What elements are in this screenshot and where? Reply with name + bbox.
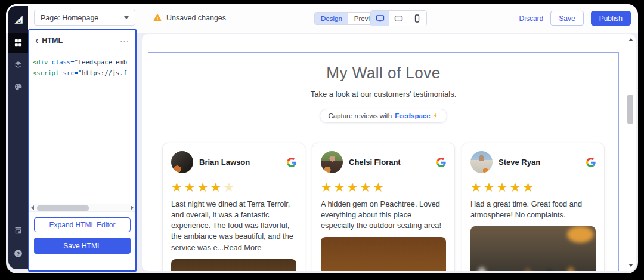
avatar xyxy=(171,151,193,173)
warning-icon xyxy=(153,13,162,22)
topbar-actions: Discard Save Publish xyxy=(519,11,631,26)
panel-title: HTML xyxy=(42,36,116,45)
save-html-button[interactable]: Save HTML xyxy=(34,238,131,254)
preview-canvas: My Wall of Love Take a look at our custo… xyxy=(142,34,636,271)
testimonial-card: Chelsi Florant ★★★★★ A hidden gem on Pea… xyxy=(312,143,455,271)
bigcommerce-logo-icon[interactable]: B xyxy=(8,6,28,33)
read-more-link[interactable]: Read More xyxy=(224,243,261,252)
sidebar-item-help[interactable]: ? xyxy=(8,244,28,263)
palette-icon xyxy=(14,82,23,91)
svg-text:B: B xyxy=(17,19,21,24)
svg-text:?: ? xyxy=(17,251,20,257)
unsaved-changes-label: Unsaved changes xyxy=(166,14,226,22)
save-button[interactable]: Save xyxy=(550,11,583,26)
review-photo xyxy=(321,237,446,271)
discard-button[interactable]: Discard xyxy=(519,14,544,23)
testimonial-cards: Brian Lawson ★★★★★ Last night we dined a… xyxy=(148,143,618,271)
tab-design[interactable]: Design xyxy=(315,13,348,24)
scrollbar-thumb[interactable] xyxy=(37,205,89,211)
mobile-view-button[interactable] xyxy=(408,11,426,26)
panel-buttons: Expand HTML Editor Save HTML xyxy=(29,211,135,270)
unsaved-changes-indicator: Unsaved changes xyxy=(153,10,226,26)
mobile-icon xyxy=(412,14,422,23)
star-rating: ★★★★★ xyxy=(321,181,446,193)
code-token: "feedspace-emb xyxy=(75,59,128,66)
expand-html-editor-button[interactable]: Expand HTML Editor xyxy=(34,217,131,232)
star-rating: ★★★★★ xyxy=(470,181,596,193)
google-icon xyxy=(586,158,596,167)
storefront-icon xyxy=(14,226,23,235)
review-body: Had a great time. Great food and atmosph… xyxy=(470,199,582,219)
wall-of-love-title: My Wall of Love xyxy=(148,64,618,82)
html-code-editor[interactable]: <div class="feedspace-emb <script src="h… xyxy=(29,51,135,204)
star-rating: ★★★★★ xyxy=(171,181,296,193)
review-text: Last night we dined at Terra Terroir, an… xyxy=(171,199,296,253)
more-options-icon[interactable]: ··· xyxy=(120,36,129,45)
card-header: Steve Ryan xyxy=(470,151,596,173)
avatar xyxy=(321,151,343,173)
lightning-icon xyxy=(432,112,439,119)
google-icon xyxy=(436,158,446,167)
code-line: <div class="feedspace-emb xyxy=(33,57,132,67)
scroll-right-icon[interactable] xyxy=(131,205,134,210)
card-header: Brian Lawson xyxy=(171,151,296,173)
tablet-view-button[interactable] xyxy=(389,11,408,26)
review-text: A hidden gem on Peachtree. Loved everyth… xyxy=(321,199,446,231)
google-icon xyxy=(287,158,296,167)
vertical-scrollbar[interactable] xyxy=(626,35,635,270)
code-token: "https://js.f xyxy=(78,69,127,76)
page-selector-value: Page: Homepage xyxy=(41,14,98,22)
code-line: <script src="https://js.f xyxy=(33,67,132,78)
sidebar-item-store[interactable] xyxy=(8,220,28,240)
review-photo xyxy=(171,259,296,271)
code-token: <script xyxy=(33,69,59,76)
widgets-icon xyxy=(14,38,23,47)
topbar: B Page: Homepage Unsaved changes Design … xyxy=(6,4,638,33)
review-body: A hidden gem on Peachtree. Loved everyth… xyxy=(321,199,441,230)
card-header: Chelsi Florant xyxy=(321,151,446,173)
desktop-icon xyxy=(375,14,385,23)
reviewer-name: Steve Ryan xyxy=(499,158,580,167)
horizontal-scrollbar[interactable] xyxy=(29,204,135,211)
publish-button[interactable]: Publish xyxy=(591,11,631,26)
wall-of-love-subtitle: Take a look at our customers' testimonia… xyxy=(148,90,618,99)
sidebar-item-widgets[interactable] xyxy=(8,33,28,53)
review-photo-image xyxy=(470,226,596,271)
testimonial-card: Brian Lawson ★★★★★ Last night we dined a… xyxy=(162,143,305,271)
scroll-down-icon[interactable] xyxy=(628,264,633,267)
app-window: B Page: Homepage Unsaved changes Design … xyxy=(6,4,638,273)
sidebar-bottom: ? xyxy=(8,220,28,263)
back-chevron-icon[interactable]: ‹ xyxy=(35,36,38,45)
sidebar-item-layers[interactable] xyxy=(8,55,28,75)
review-photo xyxy=(470,226,596,271)
page-selector[interactable]: Page: Homepage xyxy=(34,10,135,26)
review-photo-image xyxy=(321,237,446,271)
chevron-down-icon xyxy=(124,16,129,19)
html-widget-selection-frame[interactable]: My Wall of Love Take a look at our custo… xyxy=(148,52,619,271)
scrollbar-thumb[interactable] xyxy=(627,95,633,124)
reviewer-name: Chelsi Florant xyxy=(349,158,431,167)
help-icon: ? xyxy=(13,248,23,259)
layers-icon xyxy=(14,60,23,69)
review-photo-image xyxy=(171,259,296,271)
code-token: src= xyxy=(59,69,78,76)
triangle-b-glyph: B xyxy=(13,14,24,25)
scrollbar-track[interactable] xyxy=(36,205,129,211)
avatar xyxy=(470,151,493,173)
device-toggle xyxy=(370,10,427,26)
feedspace-brand: Feedspace xyxy=(395,112,430,119)
sidebar-item-theme-styles[interactable] xyxy=(8,77,28,97)
code-token: <div xyxy=(33,59,48,66)
sidebar-rail: ? xyxy=(8,33,28,269)
code-token: class= xyxy=(48,59,74,66)
tablet-icon xyxy=(394,14,404,23)
html-widget-panel: ‹ HTML ··· <div class="feedspace-emb <sc… xyxy=(28,29,137,272)
review-text: Had a great time. Great food and atmosph… xyxy=(470,199,596,220)
desktop-view-button[interactable] xyxy=(371,11,389,26)
feedspace-badge[interactable]: Capture reviews with Feedspace xyxy=(320,109,447,123)
badge-text: Capture reviews with xyxy=(328,112,392,119)
scroll-up-icon[interactable] xyxy=(628,38,633,41)
reviewer-name: Brian Lawson xyxy=(199,158,281,167)
scroll-left-icon[interactable] xyxy=(31,205,34,210)
panel-header: ‹ HTML ··· xyxy=(29,30,135,51)
